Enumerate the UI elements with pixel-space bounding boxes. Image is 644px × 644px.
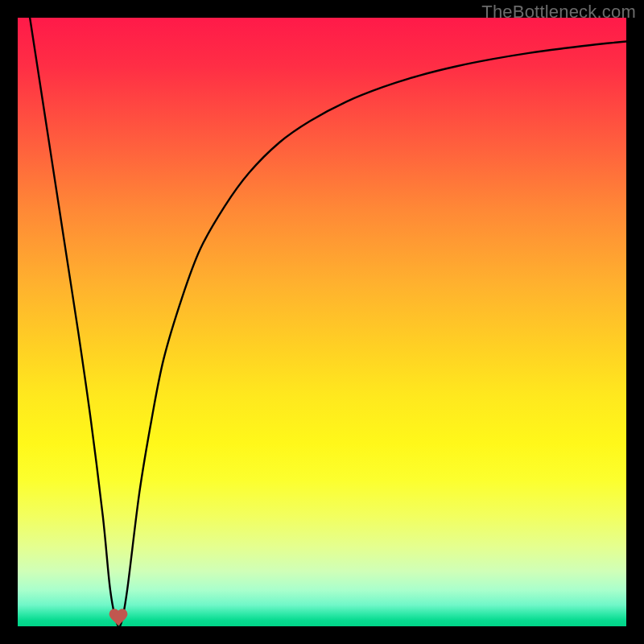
- bottleneck-curve: [18, 18, 626, 626]
- watermark-text: TheBottleneck.com: [481, 2, 636, 23]
- plot-area: [18, 18, 626, 626]
- optimum-marker-heart: [108, 609, 129, 629]
